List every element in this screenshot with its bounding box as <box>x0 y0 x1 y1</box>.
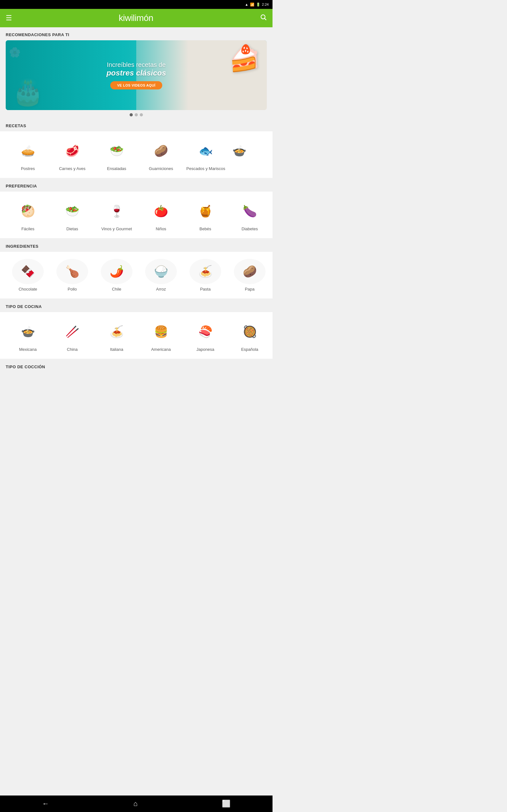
recetas-section: 🥧 Postres 🥩 Carnes y Aves 🥗 Ensaladas 🥔 … <box>0 131 273 178</box>
banner-cta-button[interactable]: VE LOS VIDEOS AQUÍ <box>110 81 163 90</box>
list-item[interactable]: 🍫 Chocolate <box>6 256 50 294</box>
list-item[interactable]: 🍷 Vinos y Gourmet <box>95 196 139 234</box>
carousel-dots <box>6 113 267 116</box>
list-item[interactable]: 🍗 Pollo <box>50 256 95 294</box>
vinos-label: Vinos y Gourmet <box>101 226 132 231</box>
list-item[interactable]: 🥢 China <box>50 316 95 354</box>
wifi-icon: ▲ <box>245 3 248 6</box>
arroz-label: Arroz <box>156 287 166 292</box>
recetas-scroll: 🥧 Postres 🥩 Carnes y Aves 🥗 Ensaladas 🥔 … <box>6 136 267 173</box>
list-item[interactable]: 🍲 <box>228 136 250 173</box>
list-item[interactable]: 🍆 Diabetes <box>228 196 267 234</box>
postres-label: Postres <box>21 166 35 171</box>
list-item[interactable]: 🥙 Fáciles <box>6 196 50 234</box>
postres-icon: 🥧 <box>12 138 44 164</box>
faciles-label: Fáciles <box>21 226 34 231</box>
tipo-coccion-section <box>0 372 273 398</box>
banner-subtitle: postres clásicos <box>107 68 166 78</box>
espanola-label: Española <box>241 347 258 352</box>
pescados-icon: 🐟 <box>190 138 222 164</box>
diabetes-icon: 🍆 <box>234 199 266 224</box>
chocolate-label: Chocolate <box>19 287 38 292</box>
list-item[interactable]: 🌶️ Chile <box>95 256 139 294</box>
chile-icon: 🌶️ <box>101 259 132 284</box>
dot-1[interactable] <box>130 113 133 116</box>
list-item[interactable]: 🍣 Japonesa <box>183 316 228 354</box>
status-icons: ▲ 📶 🔋 2:24 <box>245 3 269 7</box>
mexicana-label: Mexicana <box>19 347 37 352</box>
banner-text: Increíbles recetas de postres clásicos V… <box>6 40 267 110</box>
list-item[interactable]: 🍚 Arroz <box>139 256 183 294</box>
guarniciones-label: Guarniciones <box>149 166 173 171</box>
papa-label: Papa <box>245 287 255 292</box>
preferencia-section: 🥙 Fáciles 🥗 Dietas 🍷 Vinos y Gourmet 🍅 N… <box>0 192 273 238</box>
list-item[interactable]: 🥧 Postres <box>6 136 50 173</box>
list-item[interactable]: 🥗 Dietas <box>50 196 95 234</box>
mexicana-icon: 🍲 <box>12 319 44 345</box>
ensaladas-label: Ensaladas <box>107 166 126 171</box>
italiana-icon: 🍝 <box>101 319 132 345</box>
pasta-icon: 🍝 <box>189 259 221 284</box>
recetas-section-header: RECETAS <box>0 118 273 131</box>
italiana-label: Italiana <box>110 347 123 352</box>
china-icon: 🥢 <box>56 319 88 345</box>
preferencia-section-header: PREFERENCIA <box>0 179 273 192</box>
chocolate-icon: 🍫 <box>12 259 44 284</box>
ensaladas-icon: 🥗 <box>101 138 132 164</box>
papa-icon: 🥔 <box>234 259 266 284</box>
ingredientes-section: 🍫 Chocolate 🍗 Pollo 🌶️ Chile 🍚 Arroz 🍝 P… <box>0 252 273 299</box>
list-item[interactable]: 🍔 Americana <box>139 316 183 354</box>
arroz-icon: 🍚 <box>145 259 177 284</box>
banner-title: Increíbles recetas de <box>107 61 166 68</box>
banner-area: 🎂 🌸 🍰 Increíbles recetas de postres clás… <box>6 40 267 116</box>
app-title: kiwilimón <box>118 13 153 23</box>
list-item[interactable]: 🥘 Española <box>228 316 267 354</box>
more-recetas-icon: 🍲 <box>232 138 247 164</box>
tipo-cocina-scroll: 🍲 Mexicana 🥢 China 🍝 Italiana 🍔 American… <box>6 316 267 354</box>
list-item[interactable]: 🍝 Italiana <box>95 316 139 354</box>
list-item[interactable]: 🥔 Papa <box>228 256 267 294</box>
svg-line-1 <box>265 18 266 20</box>
guarniciones-icon: 🥔 <box>145 138 177 164</box>
carnes-icon: 🥩 <box>56 138 88 164</box>
japonesa-label: Japonesa <box>196 347 214 352</box>
tipo-cocina-section-header: TIPO DE COCINA <box>0 299 273 312</box>
list-item[interactable]: 🍝 Pasta <box>183 256 228 294</box>
list-item[interactable]: 🍅 Niños <box>139 196 183 234</box>
list-item[interactable]: 🐟 Pescados y Mariscos <box>183 136 228 173</box>
americana-label: Americana <box>151 347 171 352</box>
pasta-label: Pasta <box>200 287 210 292</box>
japonesa-icon: 🍣 <box>189 319 221 345</box>
diabetes-label: Diabetes <box>241 226 258 231</box>
dietas-icon: 🥗 <box>56 199 88 224</box>
espanola-icon: 🥘 <box>234 319 266 345</box>
signal-icon: 📶 <box>250 3 255 7</box>
chile-label: Chile <box>112 287 121 292</box>
svg-point-0 <box>261 15 265 19</box>
bebes-icon: 🍯 <box>189 199 221 224</box>
pollo-icon: 🍗 <box>56 259 88 284</box>
list-item[interactable]: 🍯 Bebés <box>183 196 228 234</box>
time: 2:24 <box>262 3 269 6</box>
pescados-label: Pescados y Mariscos <box>186 166 225 171</box>
list-item[interactable]: 🥔 Guarniciones <box>139 136 183 173</box>
banner[interactable]: 🎂 🌸 🍰 Increíbles recetas de postres clás… <box>6 40 267 110</box>
header: ☰ kiwilimón <box>0 9 273 27</box>
americana-icon: 🍔 <box>145 319 177 345</box>
ingredientes-scroll: 🍫 Chocolate 🍗 Pollo 🌶️ Chile 🍚 Arroz 🍝 P… <box>6 256 267 294</box>
list-item[interactable]: 🥗 Ensaladas <box>95 136 139 173</box>
vinos-icon: 🍷 <box>101 199 132 224</box>
ninos-label: Niños <box>156 226 166 231</box>
search-button[interactable] <box>260 14 267 22</box>
list-item[interactable]: 🥩 Carnes y Aves <box>50 136 95 173</box>
recommendations-section-header: RECOMENDACIONES PARA TI <box>0 27 273 40</box>
list-item[interactable]: 🍲 Mexicana <box>6 316 50 354</box>
dietas-label: Dietas <box>66 226 78 231</box>
dot-2[interactable] <box>135 113 138 116</box>
status-bar: ▲ 📶 🔋 2:24 <box>0 0 273 9</box>
menu-button[interactable]: ☰ <box>6 14 12 22</box>
carnes-label: Carnes y Aves <box>59 166 86 171</box>
ingredientes-section-header: INGREDIENTES <box>0 239 273 252</box>
dot-3[interactable] <box>140 113 143 116</box>
battery-icon: 🔋 <box>256 3 261 7</box>
